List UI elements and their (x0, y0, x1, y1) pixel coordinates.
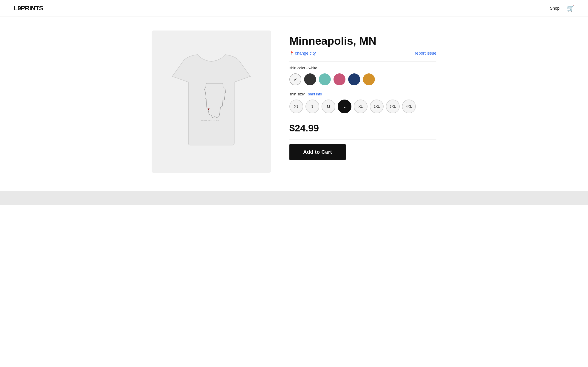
add-to-cart-button[interactable]: Add to Cart (289, 144, 346, 160)
size-btn-2xl[interactable]: 2XL (370, 100, 384, 113)
color-swatch-pink[interactable] (334, 73, 346, 85)
product-image-wrapper: ♥ MINNEAPOLIS, MN (152, 31, 271, 173)
divider-3 (289, 139, 436, 140)
change-city-link[interactable]: 📍 change city (289, 51, 316, 56)
city-actions: 📍 change city report issue (289, 51, 436, 56)
cart-icon[interactable]: 🛒 (567, 5, 574, 12)
size-section: shirt size* shirt info XS S M L XL 2XL 3… (289, 92, 436, 113)
report-issue-link[interactable]: report issue (415, 51, 436, 56)
checkmark-icon: ✓ (294, 77, 297, 82)
color-swatch-black[interactable] (304, 73, 316, 85)
main-content: ♥ MINNEAPOLIS, MN Minneapolis, MN 📍 chan… (133, 17, 455, 191)
svg-text:MINNEAPOLIS, MN: MINNEAPOLIS, MN (201, 120, 219, 121)
product-title: Minneapolis, MN (289, 35, 436, 47)
header: L9PRINTS Shop 🛒 (0, 0, 588, 17)
size-btn-4xl[interactable]: 4XL (402, 100, 416, 113)
shop-nav-link[interactable]: Shop (550, 6, 560, 11)
svg-text:♥: ♥ (208, 107, 210, 111)
color-swatch-mint[interactable] (319, 73, 331, 85)
size-btn-3xl[interactable]: 3XL (386, 100, 400, 113)
logo[interactable]: L9PRINTS (14, 5, 43, 12)
footer (0, 191, 588, 205)
divider-2 (289, 118, 436, 118)
color-swatch-navy[interactable] (348, 73, 360, 85)
color-swatch-white[interactable]: ✓ (289, 73, 301, 85)
pin-icon: 📍 (289, 51, 294, 56)
color-section: shirt color - white ✓ (289, 66, 436, 85)
size-btn-m[interactable]: M (321, 100, 335, 113)
color-options: ✓ (289, 73, 436, 85)
product-price: $24.99 (289, 123, 436, 134)
size-label: shirt size* (289, 92, 305, 96)
color-label: shirt color - white (289, 66, 436, 70)
nav: Shop 🛒 (550, 5, 574, 12)
product-details: Minneapolis, MN 📍 change city report iss… (289, 31, 436, 160)
color-swatch-gold[interactable] (363, 73, 375, 85)
size-options: XS S M L XL 2XL 3XL 4XL (289, 100, 436, 113)
size-btn-l[interactable]: L (338, 100, 351, 113)
divider-1 (289, 61, 436, 61)
size-btn-xl[interactable]: XL (354, 100, 367, 113)
size-btn-xs[interactable]: XS (289, 100, 303, 113)
shirt-info-link[interactable]: shirt info (308, 92, 322, 96)
size-header: shirt size* shirt info (289, 92, 436, 96)
tshirt-image: ♥ MINNEAPOLIS, MN (165, 47, 257, 157)
size-btn-s[interactable]: S (305, 100, 319, 113)
